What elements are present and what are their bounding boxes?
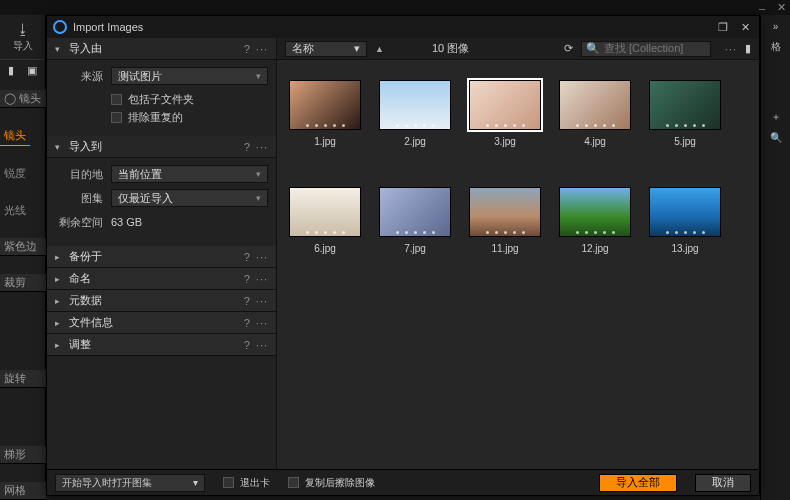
app-minimize[interactable]: – bbox=[759, 2, 765, 14]
thumbnail-grid: 1.jpg2.jpg3.jpg4.jpg5.jpg 6.jpg7.jpg11.j… bbox=[277, 60, 759, 469]
side-sharp[interactable]: 锐度 bbox=[0, 164, 46, 183]
more-icon[interactable]: ··· bbox=[256, 141, 268, 153]
sort-asc-icon[interactable]: ▲ bbox=[375, 44, 384, 54]
right-label: 格 bbox=[771, 40, 781, 54]
side-grid-header[interactable]: 网格 bbox=[0, 482, 46, 500]
dialog-titlebar: Import Images ❐ ✕ bbox=[47, 16, 759, 38]
section-元数据[interactable]: ▸元数据?··· bbox=[47, 290, 276, 312]
dialog-restore[interactable]: ❐ bbox=[715, 21, 731, 34]
section-import-from[interactable]: ▾ 导入由 ? ··· bbox=[47, 38, 276, 60]
thumbnail[interactable]: 5.jpg bbox=[649, 80, 721, 147]
dialog-close[interactable]: ✕ bbox=[737, 21, 753, 34]
section-调整[interactable]: ▸调整?··· bbox=[47, 334, 276, 356]
checkbox-icon bbox=[111, 112, 122, 123]
side-rotate-header[interactable]: 旋转 bbox=[0, 370, 46, 388]
source-select[interactable]: 测试图片▾ bbox=[111, 67, 268, 85]
thumbnail[interactable]: 1.jpg bbox=[289, 80, 361, 147]
freespace-value: 63 GB bbox=[111, 216, 142, 228]
download-icon: ⭳ bbox=[16, 21, 30, 37]
right-add-icon[interactable]: ＋ bbox=[771, 110, 781, 124]
chevron-down-icon: ▾ bbox=[55, 44, 65, 54]
right-search-icon[interactable]: 🔍 bbox=[770, 132, 782, 143]
thumbnail-toolbar: 名称 ▾ ▲ 10 图像 ⟳ 🔍 查找 [Collection] ··· ▮ bbox=[277, 38, 759, 60]
collection-select[interactable]: 仅最近导入▾ bbox=[111, 189, 268, 207]
freespace-label: 剩余空间 bbox=[55, 215, 111, 230]
thumbnail-panel: 名称 ▾ ▲ 10 图像 ⟳ 🔍 查找 [Collection] ··· ▮ 1… bbox=[277, 38, 759, 469]
section-文件信息[interactable]: ▸文件信息?··· bbox=[47, 312, 276, 334]
thumbnail-image bbox=[379, 80, 451, 130]
app-close[interactable]: ✕ bbox=[777, 1, 786, 14]
dialog-title: Import Images bbox=[73, 21, 143, 33]
thumbnail-caption: 12.jpg bbox=[581, 243, 608, 254]
chevron-down-icon: ▾ bbox=[55, 142, 65, 152]
help-icon[interactable]: ? bbox=[244, 251, 250, 263]
side-purple-header[interactable]: 紫色边 bbox=[0, 238, 46, 256]
image-count: 10 图像 bbox=[432, 41, 469, 56]
thumbnail[interactable]: 12.jpg bbox=[559, 187, 631, 254]
thumbnail-caption: 5.jpg bbox=[674, 136, 696, 147]
help-icon[interactable]: ? bbox=[244, 273, 250, 285]
import-button[interactable]: ⭳ 导入 bbox=[0, 15, 45, 59]
after-import-select[interactable]: 开始导入时打开图集 ▾ bbox=[55, 474, 205, 492]
thumbnail-caption: 3.jpg bbox=[494, 136, 516, 147]
lens-tab[interactable]: 镜头 bbox=[0, 126, 30, 146]
checkbox-icon bbox=[288, 477, 299, 488]
thumbnail[interactable]: 3.jpg bbox=[469, 80, 541, 147]
more-icon[interactable]: ··· bbox=[256, 339, 268, 351]
thumbnail[interactable]: 6.jpg bbox=[289, 187, 361, 254]
dest-label: 目的地 bbox=[55, 167, 111, 182]
search-input[interactable]: 🔍 查找 [Collection] bbox=[581, 41, 711, 57]
more-icon[interactable]: ··· bbox=[256, 43, 268, 55]
more-icon[interactable]: ··· bbox=[256, 273, 268, 285]
size-slider-icon[interactable]: ▮ bbox=[745, 42, 751, 55]
thumbnail-caption: 1.jpg bbox=[314, 136, 336, 147]
help-icon[interactable]: ? bbox=[244, 317, 250, 329]
section-命名[interactable]: ▸命名?··· bbox=[47, 268, 276, 290]
help-icon[interactable]: ? bbox=[244, 295, 250, 307]
thumbnail-image bbox=[649, 80, 721, 130]
thumbnail-image bbox=[649, 187, 721, 237]
thumbnail[interactable]: 2.jpg bbox=[379, 80, 451, 147]
cancel-button[interactable]: 取消 bbox=[695, 474, 751, 492]
search-icon: 🔍 bbox=[586, 42, 600, 55]
app-side-panel: ◯ 镜头 镜头 锐度 光线 紫色边 裁剪 旋转 梯形 网格 bbox=[0, 80, 46, 500]
more-icon[interactable]: ··· bbox=[725, 43, 737, 55]
side-trap-header[interactable]: 梯形 bbox=[0, 446, 46, 464]
thumbnail[interactable]: 7.jpg bbox=[379, 187, 451, 254]
section-备份于[interactable]: ▸备份于?··· bbox=[47, 246, 276, 268]
thumbnail-image bbox=[289, 187, 361, 237]
include-subfolders-checkbox[interactable]: 包括子文件夹 bbox=[55, 90, 268, 108]
source-label: 来源 bbox=[55, 69, 111, 84]
side-crop-header[interactable]: 裁剪 bbox=[0, 274, 46, 292]
app-logo-icon bbox=[53, 20, 67, 34]
thumbnail[interactable]: 11.jpg bbox=[469, 187, 541, 254]
thumbnail-caption: 11.jpg bbox=[491, 243, 518, 254]
lens-header-icon: ◯ bbox=[4, 92, 16, 105]
exclude-duplicates-checkbox[interactable]: 排除重复的 bbox=[55, 108, 268, 126]
more-icon[interactable]: ··· bbox=[256, 295, 268, 307]
thumbnail[interactable]: 4.jpg bbox=[559, 80, 631, 147]
thumbnail-image bbox=[289, 80, 361, 130]
eject-card-checkbox[interactable]: 退出卡 bbox=[223, 476, 270, 490]
import-all-button[interactable]: 导入全部 bbox=[599, 474, 677, 492]
thumbnail[interactable]: 13.jpg bbox=[649, 187, 721, 254]
help-icon[interactable]: ? bbox=[244, 339, 250, 351]
sort-select[interactable]: 名称 ▾ bbox=[285, 41, 367, 57]
camera-icon[interactable]: ▣ bbox=[27, 64, 37, 77]
destination-select[interactable]: 当前位置▾ bbox=[111, 165, 268, 183]
help-icon[interactable]: ? bbox=[244, 43, 250, 55]
app-right-dock: » 格 ＋ 🔍 bbox=[760, 15, 790, 500]
help-icon[interactable]: ? bbox=[244, 141, 250, 153]
folder-icon[interactable]: ▮ bbox=[8, 64, 14, 77]
right-menu-icon[interactable]: » bbox=[773, 21, 779, 32]
thumbnail-caption: 7.jpg bbox=[404, 243, 426, 254]
thumbnail-image bbox=[469, 187, 541, 237]
chevron-down-icon: ▾ bbox=[193, 477, 198, 488]
section-import-to[interactable]: ▾ 导入到 ? ··· bbox=[47, 136, 276, 158]
more-icon[interactable]: ··· bbox=[256, 251, 268, 263]
checkbox-icon bbox=[223, 477, 234, 488]
erase-after-copy-checkbox[interactable]: 复制后擦除图像 bbox=[288, 476, 375, 490]
side-light[interactable]: 光线 bbox=[0, 201, 46, 220]
refresh-icon[interactable]: ⟳ bbox=[564, 42, 573, 55]
more-icon[interactable]: ··· bbox=[256, 317, 268, 329]
